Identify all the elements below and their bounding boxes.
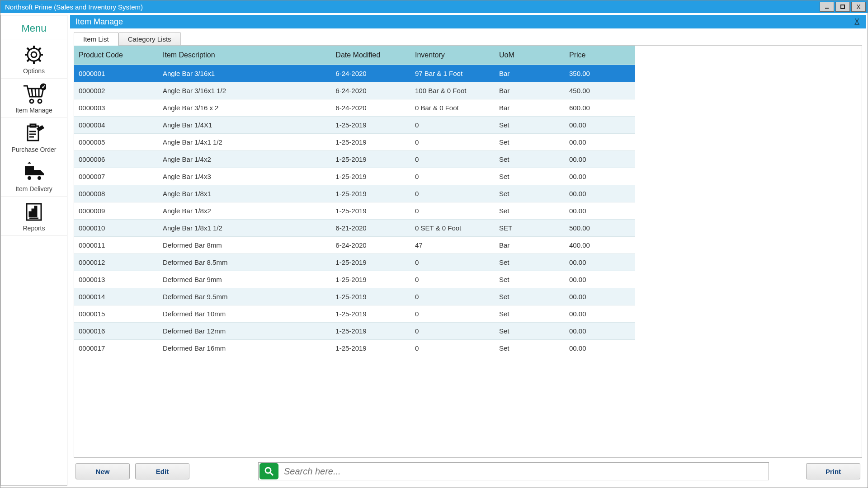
cell-price: 450.00 [565,82,635,99]
cell-uom: Set [495,134,565,151]
svg-point-24 [37,176,42,180]
table-row[interactable]: 0000005Angle Bar 1/4x1 1/21-25-20190Set0… [74,134,635,151]
table-row[interactable]: 0000006Angle Bar 1/4x21-25-20190Set00.00 [74,151,635,168]
column-header-price[interactable]: Price [565,46,635,65]
table-row[interactable]: 0000013Deformed Bar 9mm1-25-20190Set00.0… [74,271,635,288]
table-row[interactable]: 0000014Deformed Bar 9.5mm1-25-20190Set00… [74,288,635,305]
search-icon[interactable] [259,463,278,479]
cell-date: 1-25-2019 [331,323,410,340]
column-header-desc[interactable]: Item Description [158,46,331,65]
cell-uom: Set [495,151,565,168]
column-header-uom[interactable]: UoM [495,46,565,65]
sidebar-item-purchase-order[interactable]: Purchase Order [1,118,67,157]
table-row[interactable]: 0000004Angle Bar 1/4X11-25-20190Set00.00 [74,117,635,134]
close-icon: X [856,3,860,10]
cell-code: 0000007 [74,168,158,185]
cell-code: 0000001 [74,65,158,82]
svg-point-2 [31,52,37,57]
cell-inv: 0 [410,185,495,202]
items-table: Product Code Item Description Date Modif… [74,46,635,357]
cell-price: 00.00 [565,134,635,151]
svg-rect-29 [35,206,37,216]
delivery-truck-icon [21,162,47,183]
cell-inv: 0 [410,254,495,271]
cell-code: 0000012 [74,254,158,271]
cell-inv: 0 [410,134,495,151]
svg-rect-27 [29,212,31,216]
column-header-inv[interactable]: Inventory [410,46,495,65]
cell-code: 0000008 [74,185,158,202]
sidebar-item-item-delivery[interactable]: Item Delivery [1,157,67,197]
sidebar-item-item-manage[interactable]: Item Manage [1,79,67,118]
print-button[interactable]: Print [806,463,860,479]
cell-date: 6-24-2020 [331,237,410,254]
cell-inv: 0 [410,340,495,357]
table-row[interactable]: 0000015Deformed Bar 10mm1-25-20190Set00.… [74,305,635,323]
app-window: Northsoft Prime (Sales and Inventory Sys… [0,0,868,488]
cell-inv: 100 Bar & 0 Foot [410,82,495,99]
table-row[interactable]: 0000012Deformed Bar 8.5mm1-25-20190Set00… [74,254,635,271]
table-row[interactable]: 0000010Angle Bar 1/8x1 1/26-21-20200 SET… [74,220,635,237]
cell-date: 1-25-2019 [331,305,410,323]
tab-item-list[interactable]: Item List [74,32,118,46]
table-row[interactable]: 0000008Angle Bar 1/8x11-25-20190Set00.00 [74,185,635,202]
svg-line-8 [27,48,29,50]
close-panel-button[interactable]: X [854,18,866,26]
cell-price: 00.00 [565,117,635,134]
table-row[interactable]: 0000002Angle Bar 3/16x1 1/26-24-2020100 … [74,82,635,99]
edit-button[interactable]: Edit [135,463,189,479]
cell-date: 1-25-2019 [331,185,410,202]
table-row[interactable]: 0000009Angle Bar 1/8x21-25-20190Set00.00 [74,202,635,220]
search-input[interactable] [279,463,769,479]
close-button[interactable]: X [851,2,866,12]
cell-inv: 0 Bar & 0 Foot [410,99,495,117]
cell-inv: 0 [410,168,495,185]
cell-code: 0000002 [74,82,158,99]
tab-category-lists[interactable]: Category Lists [118,32,181,46]
cell-desc: Deformed Bar 12mm [158,323,331,340]
svg-rect-1 [841,5,844,9]
cell-inv: 0 [410,288,495,305]
svg-line-13 [35,89,36,97]
table-row[interactable]: 0000007Angle Bar 1/4x31-25-20190Set00.00 [74,168,635,185]
maximize-button[interactable] [835,2,850,12]
cell-desc: Angle Bar 1/4x1 1/2 [158,134,331,151]
cell-desc: Angle Bar 3/16x1 [158,65,331,82]
sidebar-item-reports[interactable]: Reports [1,197,67,236]
table-row[interactable]: 0000011Deformed Bar 8mm6-24-202047Bar400… [74,237,635,254]
cell-price: 00.00 [565,305,635,323]
svg-point-32 [265,468,271,473]
cell-code: 0000010 [74,220,158,237]
bottom-toolbar: New Edit Print [74,458,862,483]
table-row[interactable]: 0000003Angle Bar 3/16 x 26-24-20200 Bar … [74,99,635,117]
report-icon [23,201,45,223]
cell-inv: 47 [410,237,495,254]
new-button[interactable]: New [75,463,130,479]
table-row[interactable]: 0000016Deformed Bar 12mm1-25-20190Set00.… [74,323,635,340]
table-row[interactable]: 0000017Deformed Bar 16mm1-25-20190Set00.… [74,340,635,357]
column-header-code[interactable]: Product Code [74,46,158,65]
cell-code: 0000015 [74,305,158,323]
svg-rect-28 [32,209,34,216]
sidebar-item-label: Reports [23,225,45,232]
clipboard-pencil-icon [23,122,45,144]
minimize-button[interactable] [820,2,834,12]
tabstrip: Item List Category Lists [74,32,862,46]
cell-uom: SET [495,220,565,237]
gear-icon [23,44,45,66]
cell-price: 00.00 [565,185,635,202]
panel-title: Item Manage [70,17,854,27]
column-header-date[interactable]: Date Modified [331,46,410,65]
svg-point-3 [28,48,40,61]
cell-code: 0000009 [74,202,158,220]
svg-rect-18 [28,126,38,141]
sidebar-item-options[interactable]: Options [1,39,67,79]
cell-uom: Set [495,271,565,288]
cell-desc: Deformed Bar 16mm [158,340,331,357]
cell-date: 1-25-2019 [331,271,410,288]
table-scroller[interactable]: Product Code Item Description Date Modif… [74,46,862,457]
cell-code: 0000014 [74,288,158,305]
table-row[interactable]: 0000001Angle Bar 3/16x16-24-202097 Bar &… [74,65,635,82]
cell-desc: Deformed Bar 9.5mm [158,288,331,305]
cell-desc: Angle Bar 1/4x2 [158,151,331,168]
